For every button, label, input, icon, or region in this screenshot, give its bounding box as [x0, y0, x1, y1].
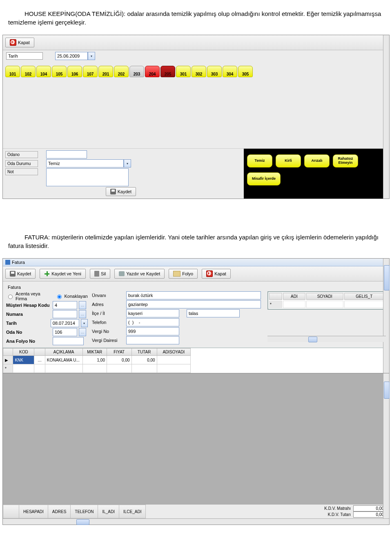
numara-input[interactable]	[53, 310, 77, 318]
oda-durumu-dropdown[interactable]: ▾	[124, 159, 131, 167]
mini-col-adi[interactable]: ADI	[283, 293, 305, 300]
vergino-input[interactable]	[126, 327, 179, 335]
musteri-kodu-lookup[interactable]: …	[79, 301, 86, 309]
room-202[interactable]: 202	[114, 66, 129, 77]
kapat-button[interactable]: Kapat	[202, 269, 231, 279]
room-105[interactable]: 105	[52, 66, 67, 77]
radio-konaklayan[interactable]	[57, 295, 62, 299]
cell-fiyat[interactable]: 0,00	[107, 356, 131, 364]
kaydet-yeni-label: Kaydet ve Yeni	[51, 271, 81, 276]
room-304[interactable]: 304	[223, 66, 237, 77]
vscroll[interactable]	[383, 35, 389, 199]
room-203[interactable]: 203	[129, 66, 144, 77]
oda-durumu-select[interactable]	[46, 159, 124, 167]
col-adisoyadi[interactable]: ADISOYADI	[157, 348, 190, 356]
col-miktar[interactable]: MIKTAR	[82, 348, 107, 356]
room-303[interactable]: 303	[207, 66, 222, 77]
numara-lookup[interactable]: …	[79, 310, 86, 318]
tarih-input[interactable]	[51, 319, 79, 327]
room-201[interactable]: 201	[98, 66, 113, 77]
date-dropdown-button[interactable]: ▾	[88, 52, 95, 60]
mini-col-gelist[interactable]: GELIS_T	[344, 293, 384, 300]
grid-new-row[interactable]: *	[3, 364, 191, 373]
room-102[interactable]: 102	[21, 66, 36, 77]
date-row: Tarih ▾	[3, 50, 389, 62]
fcol-iladi[interactable]: IL_ADI	[98, 505, 119, 518]
mini-hscroll[interactable]	[267, 336, 386, 342]
guest-mini-grid[interactable]: ADI SOYADI GELIS_T *	[268, 292, 385, 309]
room-301[interactable]: 301	[176, 66, 191, 77]
room-101[interactable]: 101	[5, 66, 20, 77]
save-icon	[10, 271, 16, 277]
fcol-ilceadi[interactable]: ILCE_ADI	[119, 505, 146, 518]
kdv-panel: K.D.V. Matrahı0,00 K.D.V. Tutarı0,00	[321, 505, 389, 518]
room-form: Odano Oda Durumu ▾ Not Kaydet	[3, 149, 143, 199]
status-rahatsız-etmeyin[interactable]: Rahatsız Etmeyin	[333, 154, 358, 167]
room-107[interactable]: 107	[83, 66, 98, 77]
close-button[interactable]: Kapat	[5, 38, 34, 47]
footer: HESAPADI ADRES TELEFON IL_ADI ILCE_ADI K…	[3, 504, 389, 518]
status-arızalı[interactable]: Arızalı	[304, 154, 330, 167]
fcol-telefon[interactable]: TELEFON	[71, 505, 98, 518]
grid-vscroll[interactable]	[383, 373, 389, 504]
cell-adisoyadi[interactable]	[157, 356, 190, 364]
footer-hscroll[interactable]	[3, 518, 389, 525]
vergidaire-input[interactable]	[126, 336, 179, 344]
doc-paragraph-fatura: FATURA: müşterilerin otelimizde yapılan …	[8, 233, 384, 250]
odano-input-2[interactable]	[53, 328, 77, 336]
kapat-label: Kapat	[214, 271, 226, 276]
cell-kod-lookup[interactable]: …	[34, 356, 45, 364]
room-106[interactable]: 106	[67, 66, 82, 77]
cell-kod[interactable]: KNK	[13, 356, 34, 364]
radio-acenta[interactable]	[8, 295, 13, 299]
save-button[interactable]: Kaydet	[106, 187, 136, 196]
status-misafir-i̇çerde[interactable]: Misafir İçerde	[247, 172, 281, 185]
yazdir-button[interactable]: Yazdır ve Kaydet	[114, 269, 165, 279]
telefon-input[interactable]	[126, 318, 179, 326]
grid-row[interactable]: ▶ KNK … KONAKLAMA U... 1,00 0,00 0,00	[3, 356, 191, 364]
power-icon	[206, 270, 213, 277]
anafolyo-input[interactable]	[53, 337, 84, 345]
col-aciklama[interactable]: AÇIKLAMA	[45, 348, 82, 356]
kaydet-label: Kaydet	[17, 271, 31, 276]
footer-grid[interactable]: HESAPADI ADRES TELEFON IL_ADI ILCE_ADI	[3, 505, 146, 518]
invoice-grid[interactable]: KOD AÇIKLAMA MIKTAR FIYAT TUTAR ADISOYAD…	[3, 348, 389, 373]
cell-miktar[interactable]: 1,00	[82, 356, 107, 364]
not-textarea[interactable]	[46, 168, 129, 186]
il-input[interactable]	[187, 309, 240, 317]
kaydet-button[interactable]: Kaydet	[5, 269, 36, 279]
cell-aciklama[interactable]: KONAKLAMA U...	[45, 356, 82, 364]
status-kirli[interactable]: Kirli	[276, 154, 301, 167]
room-302[interactable]: 302	[192, 66, 206, 77]
tarih-dropdown[interactable]: ▾	[81, 319, 88, 327]
unvani-input[interactable]	[126, 291, 261, 299]
room-204[interactable]: 204	[145, 66, 160, 77]
window-icon	[5, 260, 10, 265]
room-104[interactable]: 104	[36, 66, 51, 77]
ilce-label: İlçe / İl	[92, 311, 125, 316]
musteri-kodu-input[interactable]	[53, 301, 77, 309]
mini-col-soyadi[interactable]: SOYADI	[306, 293, 343, 300]
kaydet-yeni-button[interactable]: Kaydet ve Yeni	[40, 269, 86, 279]
radio-acenta-label: Acenta veya Firma	[16, 291, 46, 301]
fcol-hesapadi[interactable]: HESAPADI	[19, 505, 48, 518]
col-fiyat[interactable]: FIYAT	[107, 348, 131, 356]
kdv-matrah-label: K.D.V. Matrahı	[324, 506, 351, 511]
folyo-button[interactable]: Folyo	[169, 269, 198, 279]
col-kod[interactable]: KOD	[13, 348, 34, 356]
col-tutar[interactable]: TUTAR	[131, 348, 157, 356]
status-temiz[interactable]: Temiz	[247, 154, 272, 167]
room-305[interactable]: 305	[238, 66, 253, 77]
adres-input[interactable]	[126, 300, 261, 308]
window-title: Fatura	[12, 260, 25, 265]
odano-input[interactable]	[46, 150, 87, 159]
cell-tutar[interactable]: 0,00	[131, 356, 157, 364]
musteri-kodu-label: Müşteri Hesap Kodu	[6, 303, 51, 308]
ilce-input[interactable]	[126, 309, 179, 317]
odano-lookup[interactable]: …	[79, 328, 86, 336]
date-input[interactable]	[55, 52, 88, 60]
room-205[interactable]: 205	[160, 66, 175, 77]
fcol-adres[interactable]: ADRES	[48, 505, 70, 518]
sil-button[interactable]: Sil	[90, 269, 110, 279]
form-area: Fatura Acenta veya Firma Konaklayan Müşt…	[3, 281, 389, 348]
